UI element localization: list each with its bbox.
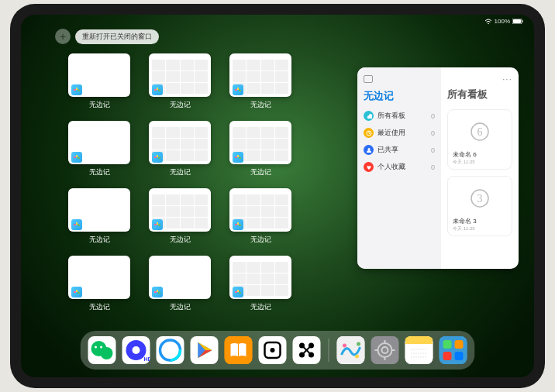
sidebar-item-label: 已共享 — [377, 145, 398, 155]
heart-icon — [364, 162, 374, 172]
svg-point-30 — [343, 344, 346, 348]
apps-app-icon[interactable] — [440, 336, 467, 364]
wechat-app-icon[interactable] — [88, 336, 116, 364]
sidebar-item-heart[interactable]: 个人收藏0 — [364, 162, 435, 172]
sidebar-item-count: 0 — [431, 163, 435, 171]
svg-rect-49 — [443, 352, 452, 360]
reopen-label: 重新打开已关闭的窗口 — [82, 33, 152, 40]
freeform-app-icon — [71, 152, 82, 163]
window-preview — [149, 53, 211, 97]
boards-title: 所有看板 — [447, 88, 512, 101]
sidebar-item-count: 0 — [431, 112, 435, 120]
freeform-app-icon — [71, 287, 82, 297]
window-label: 无边记 — [89, 302, 110, 312]
wifi-icon — [484, 19, 492, 25]
window-thumb[interactable]: 无边记 — [148, 121, 212, 177]
dots-app-icon[interactable] — [293, 336, 321, 364]
sidebar-title: 无边记 — [364, 89, 435, 103]
window-preview — [68, 53, 130, 97]
books-app-icon[interactable] — [225, 336, 253, 364]
window-thumb[interactable]: 无边记 — [148, 256, 212, 312]
sidebar-toggle-icon[interactable] — [364, 75, 373, 83]
freeform-app-icon — [233, 219, 243, 230]
freeform-app-icon — [233, 287, 243, 297]
play-app-icon[interactable] — [191, 336, 219, 364]
window-preview — [68, 188, 130, 232]
dice-app-icon[interactable] — [259, 336, 287, 364]
freeform-app-icon — [152, 152, 163, 163]
sidebar-item-clock[interactable]: 最近使用0 — [364, 128, 435, 138]
freeform-app-icon — [152, 219, 163, 230]
svg-rect-3 — [522, 20, 523, 22]
dock-separator — [329, 339, 329, 362]
svg-text:3: 3 — [477, 193, 483, 205]
board-card[interactable]: 3未命名 3今天 11:25 — [447, 176, 512, 236]
screen: 100% + 重新打开已关闭的窗口 无边记无边记无边记无边记无边记无边记无边记无… — [21, 15, 534, 377]
svg-point-5 — [367, 148, 370, 150]
window-thumb[interactable]: 无边记 — [67, 256, 131, 312]
clock-icon — [364, 128, 374, 138]
freeform-app-icon — [152, 84, 163, 95]
svg-rect-50 — [455, 352, 464, 360]
window-label: 无边记 — [250, 167, 271, 177]
window-label: 无边记 — [170, 302, 191, 312]
sidebar-item-label: 个人收藏 — [377, 162, 405, 172]
board-name: 未命名 6 — [451, 150, 508, 159]
window-thumb[interactable]: 无边记 — [229, 188, 292, 245]
freeform-app-icon[interactable] — [337, 336, 365, 364]
svg-point-15 — [133, 346, 140, 354]
sidebar-item-label: 最近使用 — [377, 128, 405, 138]
window-thumb[interactable]: 无边记 — [67, 121, 131, 177]
qqbrowser-app-icon[interactable] — [157, 336, 184, 364]
svg-text:6: 6 — [477, 126, 483, 138]
window-thumb[interactable]: 无边记 — [229, 121, 292, 177]
sidebar-item-person[interactable]: 已共享0 — [364, 145, 435, 155]
quark-app-icon[interactable]: HD — [122, 336, 150, 364]
window-preview — [149, 256, 211, 299]
window-thumb[interactable]: 无边记 — [67, 53, 131, 110]
sidebar-item-count: 0 — [431, 129, 435, 137]
window-thumb[interactable]: 无边记 — [229, 53, 292, 110]
new-window-button[interactable]: + — [55, 29, 71, 44]
svg-point-0 — [488, 22, 489, 24]
svg-text:HD: HD — [144, 356, 150, 362]
battery-text: 100% — [495, 18, 510, 25]
plus-icon: + — [60, 30, 66, 43]
more-icon[interactable]: ··· — [447, 74, 512, 84]
windows-grid: 无边记无边记无边记无边记无边记无边记无边记无边记无边记无边记无边记无边记 — [67, 53, 292, 312]
top-toolbar: + 重新打开已关闭的窗口 — [55, 29, 159, 44]
window-thumb[interactable]: 无边记 — [148, 188, 212, 245]
svg-point-12 — [95, 346, 97, 349]
sidebar-right: ··· 所有看板 6未命名 6今天 11:253未命名 3今天 11:25 — [441, 67, 519, 269]
sidebar-item-label: 所有看板 — [377, 111, 405, 121]
window-preview — [229, 53, 291, 97]
freeform-app-icon — [71, 84, 82, 95]
window-thumb[interactable]: 无边记 — [67, 188, 131, 245]
window-label: 无边记 — [89, 167, 110, 177]
board-name: 未命名 3 — [451, 217, 508, 225]
freeform-app-icon — [233, 84, 243, 95]
reopen-closed-window-button[interactable]: 重新打开已关闭的窗口 — [75, 29, 159, 44]
sidebar-left: 无边记 所有看板0最近使用0已共享0个人收藏0 — [357, 67, 441, 269]
board-card[interactable]: 6未命名 6今天 11:25 — [447, 109, 512, 170]
window-label: 无边记 — [89, 235, 110, 245]
svg-point-22 — [271, 348, 275, 352]
window-preview — [229, 121, 291, 164]
window-preview — [149, 121, 211, 164]
window-preview — [68, 121, 130, 164]
notes-app-icon[interactable] — [405, 336, 433, 364]
svg-rect-46 — [440, 336, 467, 364]
window-thumb[interactable]: 无边记 — [229, 256, 292, 312]
sidebar-item-count: 0 — [431, 146, 435, 154]
sidebar-panel: 无边记 所有看板0最近使用0已共享0个人收藏0 ··· 所有看板 6未命名 6今… — [357, 67, 519, 269]
window-thumb[interactable]: 无边记 — [148, 53, 212, 110]
cloud-icon — [364, 111, 374, 121]
settings-app-icon[interactable] — [371, 336, 399, 364]
window-preview — [149, 188, 211, 232]
svg-point-11 — [101, 347, 113, 359]
window-label: 无边记 — [250, 100, 271, 110]
dock: HD — [81, 331, 475, 370]
window-preview — [229, 188, 291, 232]
svg-point-32 — [357, 342, 360, 346]
sidebar-item-cloud[interactable]: 所有看板0 — [364, 111, 435, 121]
